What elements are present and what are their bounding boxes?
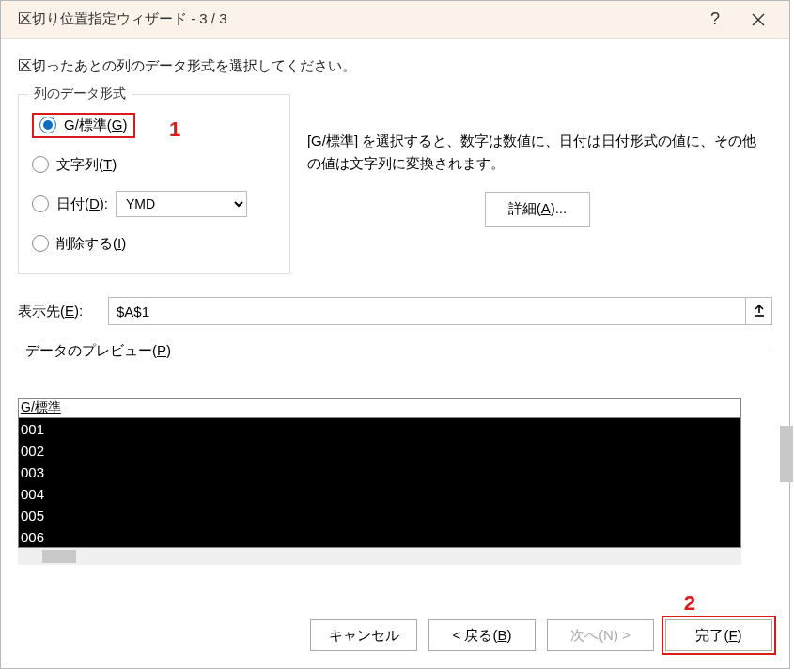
finish-button[interactable]: 完了(F)	[665, 619, 772, 651]
preview-column-header[interactable]: G/標準	[19, 399, 740, 418]
collapse-dialog-button[interactable]	[746, 297, 772, 325]
annotation-2: 2	[684, 591, 695, 616]
collapse-icon	[753, 305, 766, 318]
cancel-button[interactable]: キャンセル	[310, 619, 417, 651]
radio-skip-label[interactable]: 削除する(I)	[56, 235, 126, 253]
scrollbar-thumb[interactable]	[42, 550, 76, 563]
close-icon	[752, 13, 765, 26]
vertical-scrollbar[interactable]	[780, 426, 793, 482]
radio-date-label[interactable]: 日付(D):	[56, 195, 108, 213]
titlebar: 区切り位置指定ウィザード - 3 / 3 ?	[1, 1, 789, 39]
preview-row: 003	[21, 461, 739, 483]
destination-row: 表示先(E):	[18, 297, 772, 325]
button-row: キャンセル < 戻る(B) 次へ(N) > 完了(F)	[310, 619, 772, 651]
annotation-1: 1	[169, 117, 180, 142]
help-button[interactable]: ?	[693, 1, 737, 39]
annotation-box-1: G/標準(G)	[32, 113, 135, 138]
wizard-dialog: 区切り位置指定ウィザード - 3 / 3 ? 区切ったあとの列のデータ形式を選択…	[0, 0, 790, 669]
instruction-text: 区切ったあとの列のデータ形式を選択してください。	[18, 57, 772, 75]
radio-general[interactable]	[39, 117, 56, 133]
next-button: 次へ(N) >	[547, 619, 654, 651]
preview-box: G/標準 001 002 003 004 005 006	[18, 398, 741, 548]
close-button[interactable]	[737, 1, 780, 39]
advanced-button[interactable]: 詳細(A)...	[485, 192, 591, 227]
dialog-content: 区切ったあとの列のデータ形式を選択してください。 列のデータ形式 G/標準(G)…	[1, 39, 789, 574]
destination-input[interactable]	[108, 297, 746, 325]
format-description: [G/標準] を選択すると、数字は数値に、日付は日付形式の値に、その他の値は文字…	[307, 130, 768, 175]
fieldset-legend: 列のデータ形式	[28, 86, 132, 102]
description-panel: [G/標準] を選択すると、数字は数値に、日付は日付形式の値に、その他の値は文字…	[307, 94, 768, 227]
back-button[interactable]: < 戻る(B)	[428, 619, 536, 651]
radio-date[interactable]	[32, 195, 49, 212]
dialog-title: 区切り位置指定ウィザード - 3 / 3	[18, 10, 693, 28]
preview-row: 005	[21, 505, 739, 526]
radio-general-label[interactable]: G/標準(G)	[64, 117, 128, 134]
radio-skip[interactable]	[32, 235, 49, 252]
radio-text[interactable]	[32, 156, 49, 173]
preview-data: 001 002 003 004 005 006	[19, 418, 740, 548]
column-format-fieldset: 列のデータ形式 G/標準(G) 1 文字列(T) 日付(D):	[18, 94, 290, 274]
preview-row: 002	[21, 440, 739, 461]
preview-row: 004	[21, 483, 739, 505]
horizontal-scrollbar[interactable]	[18, 548, 741, 565]
preview-row: 001	[21, 418, 739, 440]
radio-text-label[interactable]: 文字列(T)	[56, 156, 117, 174]
preview-section: データのプレビュー(P) G/標準 001 002 003 004 005 00…	[18, 352, 772, 565]
destination-label: 表示先(E):	[18, 303, 108, 320]
date-format-select[interactable]: YMD	[116, 191, 247, 217]
preview-row: 006	[21, 526, 739, 548]
